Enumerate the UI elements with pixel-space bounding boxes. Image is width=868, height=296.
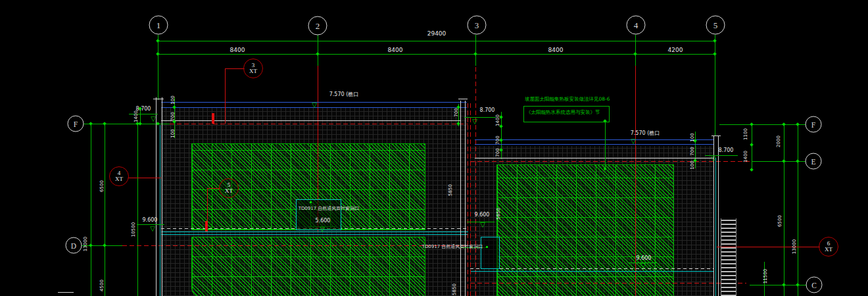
dim-6500-left: 6500 bbox=[100, 180, 105, 192]
axis-bubble-label: F bbox=[74, 120, 78, 128]
elev-8700-mid: 8.700 bbox=[480, 108, 495, 113]
dim-13000-left: 13000 bbox=[84, 237, 88, 251]
dim-tick bbox=[713, 52, 717, 56]
grid-bubble-D-left: D bbox=[66, 237, 82, 254]
dim-700-eave-right: 700 bbox=[690, 147, 695, 155]
dim-100-below-right: 100 bbox=[690, 160, 695, 169]
dim-100-parapet-right: 100 bbox=[690, 133, 695, 141]
grid-bubble-F-right: F bbox=[806, 116, 822, 133]
grid-bubble-4: 4 bbox=[627, 16, 646, 35]
dim-tick bbox=[782, 159, 786, 163]
dim-tick bbox=[156, 52, 160, 56]
detail-marker-3-xt: 3XT bbox=[243, 59, 263, 78]
louver-label-right: TD0917 自然通风百叶窗洞口 bbox=[422, 245, 483, 249]
solar-note-line-1: 坡屋面太阳能集热板安装做法详见08-6 bbox=[525, 96, 610, 103]
grid-bubble-E-right: E bbox=[806, 153, 822, 170]
detail-marker-6-xt: 6XT bbox=[819, 237, 838, 257]
wall-ladder bbox=[721, 218, 736, 296]
axis-bubble-label: 1 bbox=[157, 20, 161, 30]
leader-dot-right bbox=[486, 246, 488, 248]
dim-1100-right: 1100 bbox=[744, 128, 748, 140]
detail-marker-4-xt: 4XT bbox=[109, 166, 129, 186]
elev-8700-left: 8.700 bbox=[136, 107, 151, 112]
dim-tick bbox=[89, 122, 93, 126]
dim-700-mid-3: 700 bbox=[496, 148, 500, 157]
elevation-triangle-icon: ▽ bbox=[312, 102, 317, 109]
dim-5850-lower-mid: 5850 bbox=[452, 284, 457, 295]
dim-tick bbox=[796, 283, 800, 287]
dim-tick bbox=[782, 283, 786, 287]
red-wall-tick-lower bbox=[205, 221, 208, 232]
elev-9600-right: 9.600 bbox=[637, 256, 652, 261]
detail-sheet: XT bbox=[115, 176, 123, 182]
dim-100-below-left: 100 bbox=[171, 129, 176, 137]
dim-11500-right: 11500 bbox=[763, 269, 768, 284]
detail-sheet: XT bbox=[825, 247, 832, 253]
louver-opening-left bbox=[296, 199, 341, 230]
elevation-triangle-icon: ▽ bbox=[711, 156, 716, 162]
elev-5600-window: 5.600 bbox=[316, 218, 331, 224]
louver-label-left: TD0917 自然通风百叶窗洞口 bbox=[299, 207, 360, 211]
elev-8700-right: 8.700 bbox=[719, 148, 734, 153]
dim-tick bbox=[138, 122, 142, 126]
elevation-triangle-icon: ▽ bbox=[320, 226, 325, 233]
grid-bubble-F-left: F bbox=[68, 116, 84, 132]
dim-tick bbox=[156, 122, 160, 126]
dim-1400-right: 1400 bbox=[744, 151, 748, 162]
dim-700-eave-left: 700 bbox=[171, 112, 176, 120]
elevation-triangle-icon: ▽ bbox=[640, 262, 646, 269]
dim-13000-right: 13000 bbox=[792, 239, 797, 254]
dim-tick bbox=[316, 52, 320, 56]
dim-tick bbox=[796, 159, 800, 163]
dim-2000-right: 2000 bbox=[777, 136, 781, 147]
dim-6500-right: 6500 bbox=[778, 215, 783, 227]
detail-sheet: XT bbox=[225, 188, 233, 194]
axis-bubble-label: E bbox=[811, 157, 815, 165]
dim-tick bbox=[103, 122, 107, 126]
dim-bay-3: 8400 bbox=[548, 47, 564, 53]
dim-1400-mid: 1400 bbox=[496, 114, 500, 126]
solar-collector-hatch-right bbox=[496, 164, 674, 296]
louver-opening-right bbox=[481, 237, 500, 269]
dim-tick bbox=[156, 39, 160, 43]
dim-700-mid: 700 bbox=[454, 108, 459, 116]
dim-tick bbox=[750, 168, 754, 172]
dim-1400-left: 1400 bbox=[134, 111, 139, 122]
grid-bubble-C-right: C bbox=[806, 277, 823, 293]
dim-total-width: 29400 bbox=[427, 31, 446, 37]
dim-10500-left: 10500 bbox=[132, 222, 136, 237]
dim-tick bbox=[103, 243, 107, 247]
dim-tick bbox=[750, 122, 754, 126]
dim-tick bbox=[750, 143, 754, 147]
detail-marker-5-xt: 5XT bbox=[219, 178, 239, 198]
solar-note-line-2: 《太阳能热水系统选用与安装》节 bbox=[526, 109, 600, 116]
axis-bubble-label: 3 bbox=[475, 20, 479, 30]
dim-tick bbox=[633, 52, 637, 56]
elev-9600-mid: 9.600 bbox=[475, 212, 490, 218]
note-leader-arrow-icon: ▼ bbox=[604, 167, 607, 171]
dim-tick bbox=[782, 122, 786, 126]
red-wall-tick-upper bbox=[212, 113, 214, 124]
elevation-triangle-icon: ▽ bbox=[472, 118, 477, 125]
elevation-triangle-icon: ▽ bbox=[150, 226, 155, 232]
dim-tick bbox=[89, 243, 93, 247]
dim-tick bbox=[713, 39, 717, 43]
elev-7570-eave-left: 7.570 (檐口 bbox=[329, 92, 359, 97]
dim-bay-4: 4200 bbox=[668, 47, 683, 53]
dim-bay-1: 8400 bbox=[230, 47, 245, 53]
axis-bubble-label: F bbox=[811, 120, 815, 128]
grid-bubble-5: 5 bbox=[706, 16, 725, 35]
elevation-triangle-icon: ▽ bbox=[631, 138, 636, 145]
grid-bubble-1: 1 bbox=[149, 16, 168, 35]
axis-bubble-label: 4 bbox=[634, 20, 639, 30]
dim-100-parapet-left: 100 bbox=[171, 95, 176, 104]
leader-dot-left bbox=[310, 201, 312, 203]
detail-sheet: XT bbox=[249, 68, 257, 74]
dim-700-mid-2: 700 bbox=[496, 136, 500, 144]
elevation-triangle-icon: ▽ bbox=[480, 222, 485, 228]
cad-elevation-drawing: 坡屋面太阳能集热板安装做法详见08-6 《太阳能热水系统选用与安装》节 2940… bbox=[0, 0, 868, 296]
grid-bubble-3: 3 bbox=[468, 16, 487, 35]
elevation-triangle-icon: ▽ bbox=[151, 116, 156, 122]
dim-tick bbox=[473, 52, 477, 56]
dim-4500-left: 4500 bbox=[100, 280, 105, 291]
